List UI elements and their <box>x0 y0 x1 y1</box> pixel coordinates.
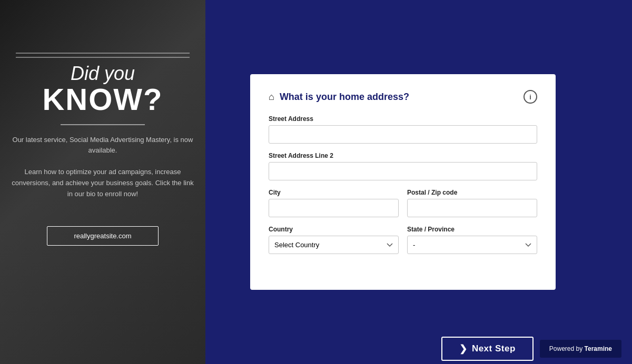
city-postal-row: City Postal / Zip code <box>269 189 537 217</box>
did-you-text: Did you <box>11 63 195 84</box>
country-select[interactable]: Select Country United States Canada Unit… <box>269 236 399 254</box>
city-input[interactable] <box>269 199 399 217</box>
postal-label: Postal / Zip code <box>407 189 537 196</box>
street-address-line2-field: Street Address Line 2 <box>269 152 537 180</box>
country-field: Country Select Country United States Can… <box>269 226 399 254</box>
home-icon: ⌂ <box>269 92 274 103</box>
street-address-label: Street Address <box>269 115 537 123</box>
right-panel: ⌂ What is your home address? i Street Ad… <box>205 0 632 364</box>
website-button[interactable]: reallygreatsite.com <box>47 226 158 246</box>
country-label: Country <box>269 226 399 233</box>
next-step-arrow-icon: ❯ <box>459 343 468 355</box>
postal-field: Postal / Zip code <box>407 189 537 217</box>
left-content: Did you KNOW? Our latest service, Social… <box>0 63 205 246</box>
description-2: Learn how to optimize your ad campaigns,… <box>11 167 195 199</box>
form-title: What is your home address? <box>280 92 409 103</box>
info-icon-label: i <box>529 93 531 101</box>
city-label: City <box>269 189 399 196</box>
street-address-line2-label: Street Address Line 2 <box>269 152 537 159</box>
state-label: State / Province <box>407 226 537 233</box>
street-address-line2-input[interactable] <box>269 162 537 180</box>
powered-by-prefix: Powered by <box>549 345 582 352</box>
powered-by: Powered by Teramine <box>540 340 621 358</box>
bottom-bar: ❯ Next Step Powered by Teramine <box>205 333 632 364</box>
country-state-row: Country Select Country United States Can… <box>269 226 537 254</box>
state-field: State / Province - Alabama Alaska Arizon… <box>407 226 537 254</box>
divider <box>61 124 145 125</box>
info-icon[interactable]: i <box>524 90 537 104</box>
form-card: ⌂ What is your home address? i Street Ad… <box>250 74 556 290</box>
next-step-label: Next Step <box>472 343 516 354</box>
street-address-field: Street Address <box>269 115 537 144</box>
state-select[interactable]: - Alabama Alaska Arizona California Colo… <box>407 236 537 254</box>
left-panel: Did you KNOW? Our latest service, Social… <box>0 0 205 364</box>
next-step-button[interactable]: ❯ Next Step <box>441 337 533 361</box>
description-1: Our latest service, Social Media Adverti… <box>11 135 195 157</box>
city-field: City <box>269 189 399 217</box>
decorative-lines <box>16 53 190 58</box>
know-text: KNOW? <box>11 84 195 115</box>
street-address-input[interactable] <box>269 125 537 144</box>
form-header: ⌂ What is your home address? i <box>269 90 537 104</box>
postal-input[interactable] <box>407 199 537 217</box>
powered-by-brand: Teramine <box>585 345 612 352</box>
form-title-row: ⌂ What is your home address? <box>269 92 409 103</box>
